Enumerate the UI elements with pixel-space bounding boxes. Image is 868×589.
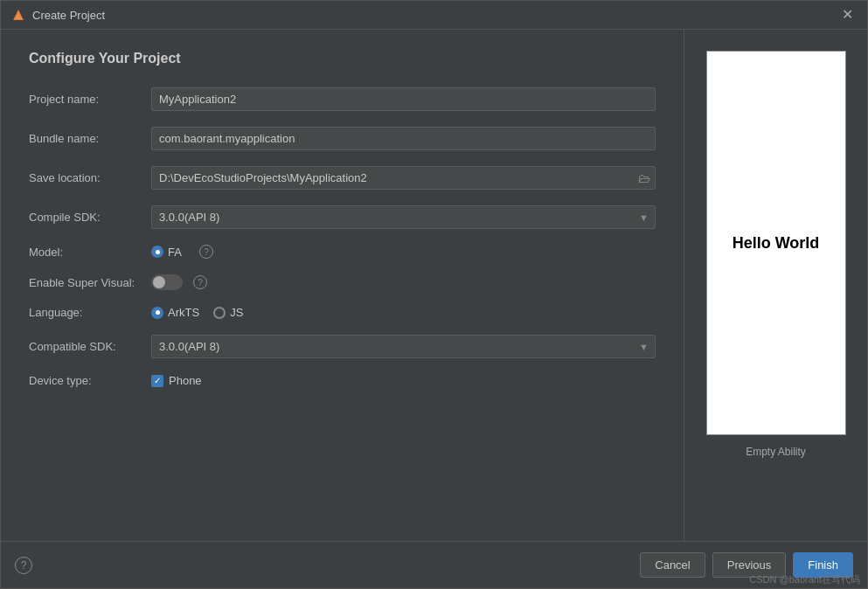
preview-frame: Hello World (706, 51, 846, 435)
language-radio-group: ArkTS JS (151, 306, 656, 319)
model-fa-label: FA (168, 246, 182, 259)
save-location-input-wrapper: 🗁 (151, 166, 656, 190)
save-location-input[interactable] (151, 166, 656, 190)
language-js-radio[interactable] (213, 307, 226, 319)
language-row: Language: ArkTS JS (29, 306, 656, 319)
form-panel: Configure Your Project Project name: Bun… (1, 30, 684, 541)
project-name-field (151, 87, 656, 111)
model-help-icon[interactable]: ? (199, 245, 213, 259)
dialog-footer: ? Cancel Previous Finish (1, 541, 867, 588)
create-project-dialog: Create Project ✕ Configure Your Project … (0, 0, 868, 589)
super-visual-help-icon[interactable]: ? (193, 275, 207, 289)
preview-panel: Hello World Empty Ability (684, 30, 867, 541)
device-phone-checkbox[interactable] (151, 375, 163, 387)
device-type-field: Phone (151, 374, 656, 387)
project-name-row: Project name: (29, 87, 656, 111)
device-type-row: Device type: Phone (29, 374, 656, 387)
compatible-sdk-select-wrapper: 3.0.0(API 8) 2.2.0(API 7) 2.1.0(API 6) ▼ (151, 335, 656, 358)
bundle-name-field (151, 127, 656, 150)
model-fa-option[interactable]: FA (151, 246, 182, 259)
dialog-title: Create Project (32, 9, 831, 22)
app-icon (11, 8, 25, 22)
device-type-label: Device type: (29, 374, 151, 387)
project-name-label: Project name: (29, 93, 151, 106)
title-bar: Create Project ✕ (1, 1, 867, 30)
compatible-sdk-label: Compatible SDK: (29, 340, 151, 353)
language-label: Language: (29, 306, 151, 319)
super-visual-toggle[interactable] (151, 274, 183, 290)
close-button[interactable]: ✕ (838, 6, 857, 24)
language-arkts-option[interactable]: ArkTS (151, 306, 199, 319)
folder-browse-icon[interactable]: 🗁 (638, 171, 650, 185)
bundle-name-row: Bundle name: (29, 127, 656, 150)
bundle-name-input[interactable] (151, 127, 656, 150)
footer-help-icon[interactable]: ? (15, 557, 32, 574)
model-radio-group: FA ? (151, 245, 656, 259)
super-visual-row: Enable Super Visual: ? (29, 274, 656, 290)
super-visual-label: Enable Super Visual: (29, 276, 151, 289)
compile-sdk-field: 3.0.0(API 8) 2.2.0(API 7) 2.1.0(API 6) ▼ (151, 205, 656, 229)
compatible-sdk-field: 3.0.0(API 8) 2.2.0(API 7) 2.1.0(API 6) ▼ (151, 335, 656, 358)
language-field: ArkTS JS (151, 306, 656, 319)
project-name-input[interactable] (151, 87, 656, 111)
language-js-option[interactable]: JS (213, 306, 243, 319)
device-phone-checkbox-item[interactable]: Phone (151, 374, 656, 387)
model-field: FA ? (151, 245, 656, 259)
device-phone-label: Phone (169, 374, 202, 387)
cancel-button[interactable]: Cancel (640, 552, 705, 578)
bundle-name-label: Bundle name: (29, 132, 151, 145)
model-row: Model: FA ? (29, 245, 656, 259)
language-arkts-label: ArkTS (168, 306, 199, 319)
preview-hello-world: Hello World (733, 234, 820, 253)
section-title: Configure Your Project (29, 51, 656, 66)
compile-sdk-select[interactable]: 3.0.0(API 8) 2.2.0(API 7) 2.1.0(API 6) (151, 205, 656, 229)
compile-sdk-select-wrapper: 3.0.0(API 8) 2.2.0(API 7) 2.1.0(API 6) ▼ (151, 205, 656, 229)
footer-left: ? (15, 557, 32, 574)
preview-template-name: Empty Ability (746, 446, 806, 458)
model-label: Model: (29, 246, 151, 259)
language-js-label: JS (230, 306, 243, 319)
compatible-sdk-row: Compatible SDK: 3.0.0(API 8) 2.2.0(API 7… (29, 335, 656, 358)
model-fa-radio[interactable] (151, 246, 163, 258)
compatible-sdk-select[interactable]: 3.0.0(API 8) 2.2.0(API 7) 2.1.0(API 6) (151, 335, 656, 358)
watermark-text: CSDN @baorant在写代码 (749, 573, 860, 586)
save-location-row: Save location: 🗁 (29, 166, 656, 190)
language-arkts-radio[interactable] (151, 307, 163, 319)
toggle-knob (153, 276, 165, 288)
compile-sdk-row: Compile SDK: 3.0.0(API 8) 2.2.0(API 7) 2… (29, 205, 656, 229)
save-location-field: 🗁 (151, 166, 656, 190)
super-visual-field: ? (151, 274, 656, 290)
save-location-label: Save location: (29, 171, 151, 184)
compile-sdk-label: Compile SDK: (29, 211, 151, 224)
dialog-body: Configure Your Project Project name: Bun… (1, 30, 867, 541)
